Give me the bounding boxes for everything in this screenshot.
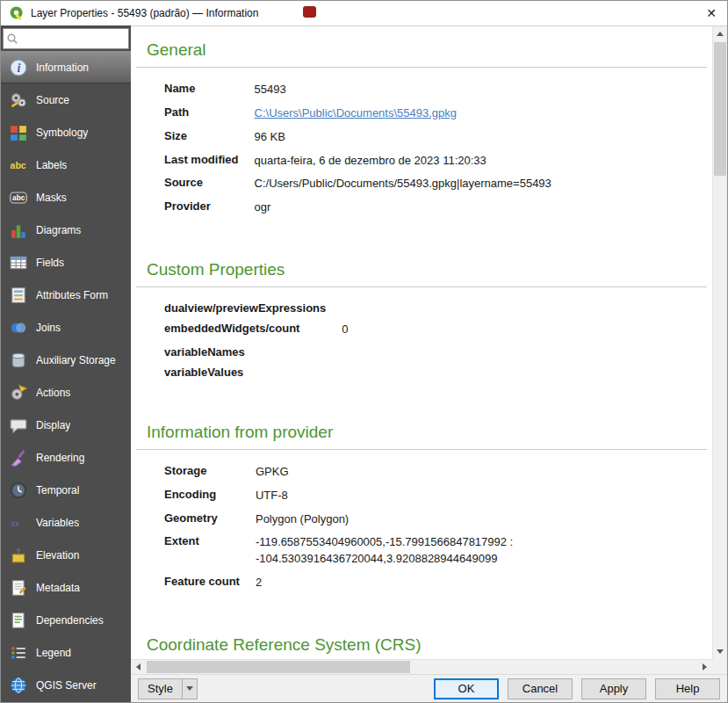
qgis-server-icon — [9, 676, 28, 695]
property-label: Geometry — [164, 508, 256, 532]
sidebar-item-information[interactable]: iInformation — [1, 51, 131, 83]
svg-text:abc: abc — [12, 193, 25, 202]
scroll-right-icon[interactable] — [697, 660, 712, 674]
section-divider — [136, 286, 707, 287]
property-label: variableNames — [164, 342, 342, 362]
property-value: 2 — [256, 571, 513, 595]
sidebar-item-legend[interactable]: Legend — [1, 636, 131, 669]
section-divider — [136, 67, 707, 68]
property-row: Last modifiedquarta-feira, 6 de dezembro… — [164, 149, 551, 173]
style-button[interactable]: Style — [138, 678, 198, 699]
dialog-button-bar: Style OK Cancel Apply Help — [131, 674, 727, 702]
vertical-scrollbar[interactable] — [712, 26, 727, 659]
property-label: Path — [164, 102, 255, 126]
properties-table: Name55493PathC:\Users\Public\Documents\5… — [164, 78, 551, 220]
property-row: Name55493 — [164, 78, 551, 102]
horizontal-scrollbar[interactable] — [131, 659, 712, 674]
sidebar-item-symbology[interactable]: Symbology — [1, 116, 131, 149]
sidebar-item-joins[interactable]: Joins — [1, 311, 131, 344]
horizontal-scrollbar-thumb[interactable] — [147, 661, 410, 673]
svg-text:εx: εx — [11, 518, 19, 528]
property-label: Encoding — [164, 484, 256, 508]
sidebar-item-fields[interactable]: Fields — [1, 246, 131, 279]
property-label: embeddedWidgets/count — [164, 318, 342, 342]
sidebar-item-diagrams[interactable]: Diagrams — [1, 214, 131, 246]
sidebar-item-label: Actions — [36, 387, 70, 399]
fields-icon — [9, 253, 28, 272]
section-heading: Custom Properties — [147, 260, 707, 279]
sidebar-item-source[interactable]: Source — [1, 83, 131, 116]
sidebar-item-label: Symbology — [36, 127, 88, 139]
property-label: Provider — [164, 196, 255, 220]
sidebar-item-display[interactable]: Display — [1, 409, 131, 441]
sidebar-item-label: Elevation — [36, 549, 79, 562]
property-value: -119.6587553404960005,-15.79915668478179… — [256, 531, 513, 571]
property-value: 55493 — [255, 78, 551, 102]
section-heading: Coordinate Reference System (CRS) — [147, 635, 707, 655]
attributes-form-icon — [9, 286, 28, 305]
property-row: SourceC:/Users/Public/Documents/55493.gp… — [164, 172, 551, 196]
sidebar-item-labels[interactable]: abcLabels — [1, 149, 131, 181]
scroll-down-icon[interactable] — [713, 644, 727, 659]
property-row: PathC:\Users\Public\Documents\55493.gpkg — [164, 102, 551, 126]
sidebar-item-label: Joins — [36, 322, 61, 334]
window-title: Layer Properties - 55493 (padrão) — Info… — [31, 7, 258, 19]
section-coordinate-reference-system-crs: Coordinate Reference System (CRS) — [147, 635, 707, 659]
property-label: dualview/previewExpressions — [164, 298, 342, 318]
temporal-icon — [9, 481, 28, 500]
sidebar-item-qgis-server[interactable]: QGIS Server — [1, 669, 131, 701]
sidebar-item-label: Masks — [36, 192, 67, 204]
sidebar-item-attributes-form[interactable]: Attributes Form — [1, 279, 131, 311]
property-row: EncodingUTF-8 — [164, 484, 513, 508]
sidebar-item-label: Metadata — [36, 582, 80, 594]
cancel-button[interactable]: Cancel — [508, 678, 573, 699]
rendering-icon — [9, 448, 28, 467]
sidebar-item-rendering[interactable]: Rendering — [1, 441, 131, 474]
dependencies-icon — [9, 611, 28, 630]
sidebar-item-label: Dependencies — [36, 614, 104, 627]
information-icon: i — [9, 58, 28, 77]
scroll-up-icon[interactable] — [713, 26, 727, 41]
red-record-indicator-icon — [303, 6, 316, 18]
section-heading: Information from provider — [147, 423, 707, 442]
property-row: dualview/previewExpressions — [164, 298, 348, 318]
section-custom-properties: Custom Propertiesdualview/previewExpress… — [147, 260, 707, 382]
search-icon — [6, 33, 18, 45]
property-value: quarta-feira, 6 de dezembro de 2023 11:2… — [255, 149, 551, 173]
sidebar-item-elevation[interactable]: Elevation — [1, 539, 131, 571]
symbology-icon — [9, 123, 28, 142]
help-button[interactable]: Help — [655, 678, 720, 699]
sidebar-item-label: Temporal — [36, 484, 79, 496]
property-row: embeddedWidgets/count0 — [164, 318, 348, 342]
sidebar-item-temporal[interactable]: Temporal — [1, 474, 131, 506]
file-path-link[interactable]: C:\Users\Public\Documents\55493.gpkg — [255, 102, 551, 126]
metadata-icon — [9, 578, 28, 598]
legend-icon — [9, 643, 28, 663]
section-information-from-provider: Information from providerStorageGPKGEnco… — [147, 423, 707, 595]
sidebar-item-auxiliary-storage[interactable]: Auxiliary Storage — [1, 344, 131, 376]
scroll-left-icon[interactable] — [131, 660, 146, 674]
property-value: ogr — [255, 196, 551, 220]
display-icon — [9, 416, 28, 435]
close-button[interactable]: ✕ — [696, 1, 727, 25]
sidebar-item-actions[interactable]: Actions — [1, 376, 131, 409]
sidebar-item-masks[interactable]: abcMasks — [1, 181, 131, 214]
chevron-down-icon[interactable] — [183, 679, 197, 699]
sidebar-item-variables[interactable]: εxVariables — [1, 506, 131, 539]
property-row: Size96 KB — [164, 126, 551, 149]
property-row: Feature count2 — [164, 571, 513, 595]
section-heading: General — [147, 40, 707, 60]
property-row: StorageGPKG — [164, 460, 513, 484]
vertical-scrollbar-thumb[interactable] — [714, 42, 726, 176]
ok-button[interactable]: OK — [434, 678, 499, 699]
property-row: variableValues — [164, 362, 348, 382]
sidebar-item-metadata[interactable]: Metadata — [1, 571, 131, 604]
sidebar-item-dependencies[interactable]: Dependencies — [1, 604, 131, 636]
properties-table: dualview/previewExpressionsembeddedWidge… — [164, 298, 348, 382]
auxiliary-storage-icon — [9, 351, 28, 370]
property-label: Source — [164, 172, 255, 196]
sidebar-item-label: Information — [36, 62, 89, 74]
apply-button[interactable]: Apply — [581, 678, 646, 699]
sidebar-item-list: iInformationSourceSymbologyabcLabelsabcM… — [1, 51, 131, 702]
sidebar-search-input[interactable] — [20, 31, 126, 47]
